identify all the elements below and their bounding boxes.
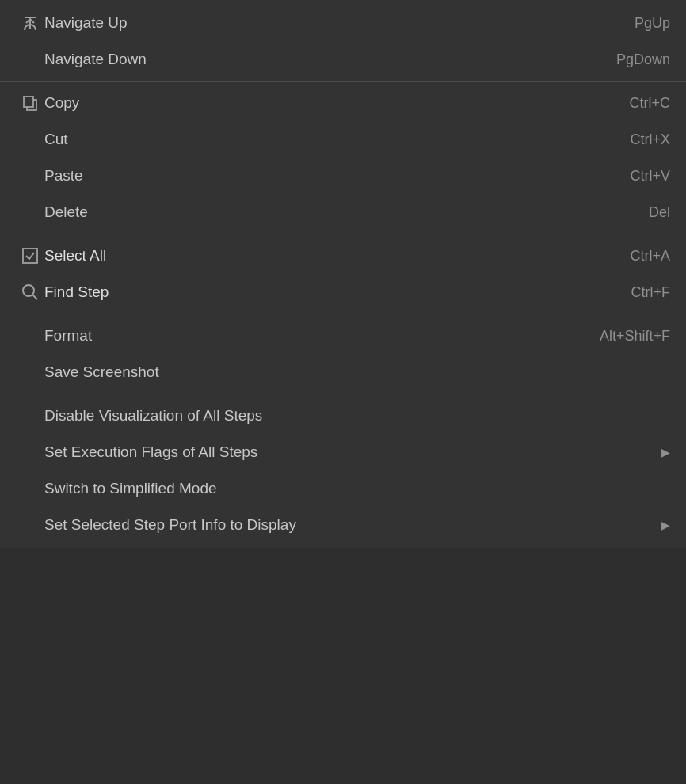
set-selected-step-port-arrow: ▶ <box>661 519 670 531</box>
find-step-icon <box>16 283 44 302</box>
menu-item-paste[interactable]: Paste Ctrl+V <box>0 158 686 194</box>
separator-1 <box>0 81 686 82</box>
cut-label: Cut <box>44 131 614 148</box>
switch-simplified-label: Switch to Simplified Mode <box>44 480 670 497</box>
svg-rect-1 <box>24 97 33 107</box>
separator-4 <box>0 394 686 394</box>
select-all-label: Select All <box>44 247 614 265</box>
set-execution-flags-label: Set Execution Flags of All Steps <box>44 443 654 461</box>
set-selected-step-port-label: Set Selected Step Port Info to Display <box>44 516 654 534</box>
save-screenshot-label: Save Screenshot <box>44 363 654 381</box>
select-all-shortcut: Ctrl+A <box>630 248 670 265</box>
menu-item-save-screenshot[interactable]: Save Screenshot <box>0 354 686 390</box>
menu-item-copy[interactable]: Copy Ctrl+C <box>0 85 686 121</box>
select-all-icon <box>16 246 44 265</box>
copy-shortcut: Ctrl+C <box>629 95 670 112</box>
menu-item-disable-visualization[interactable]: Disable Visualization of All Steps <box>0 398 686 434</box>
set-execution-flags-arrow: ▶ <box>661 446 670 459</box>
menu-item-navigate-up[interactable]: Navigate Up PgUp <box>0 5 686 41</box>
cut-shortcut: Ctrl+X <box>630 131 670 148</box>
menu-item-cut[interactable]: Cut Ctrl+X <box>0 121 686 158</box>
delete-label: Delete <box>44 204 633 221</box>
menu-item-set-selected-step-port[interactable]: Set Selected Step Port Info to Display ▶ <box>0 507 686 543</box>
menu-item-navigate-down[interactable]: Navigate Down PgDown <box>0 41 686 78</box>
menu-item-find-step[interactable]: Find Step Ctrl+F <box>0 274 686 310</box>
find-step-shortcut: Ctrl+F <box>631 284 671 301</box>
navigate-up-shortcut: PgUp <box>635 15 670 32</box>
navigate-down-shortcut: PgDown <box>616 51 670 68</box>
disable-visualization-label: Disable Visualization of All Steps <box>44 407 670 424</box>
menu-item-select-all[interactable]: Select All Ctrl+A <box>0 238 686 274</box>
navigate-up-label: Navigate Up <box>44 14 619 32</box>
menu-item-format[interactable]: Format Alt+Shift+F <box>0 318 686 354</box>
menu-item-delete[interactable]: Delete Del <box>0 194 686 230</box>
paste-shortcut: Ctrl+V <box>630 168 670 185</box>
format-label: Format <box>44 327 584 344</box>
navigate-down-label: Navigate Down <box>44 51 600 68</box>
copy-label: Copy <box>44 94 613 112</box>
separator-3 <box>0 314 686 314</box>
copy-icon <box>16 94 44 112</box>
find-step-label: Find Step <box>44 284 615 301</box>
menu-item-set-execution-flags[interactable]: Set Execution Flags of All Steps ▶ <box>0 434 686 470</box>
context-menu: Navigate Up PgUp Navigate Down PgDown Co… <box>0 0 686 548</box>
svg-rect-2 <box>23 249 37 263</box>
menu-item-switch-simplified[interactable]: Switch to Simplified Mode <box>0 470 686 507</box>
svg-point-3 <box>23 285 34 296</box>
delete-shortcut: Del <box>649 204 670 221</box>
paste-label: Paste <box>44 167 614 185</box>
svg-line-4 <box>33 295 38 300</box>
format-shortcut: Alt+Shift+F <box>600 328 670 344</box>
separator-2 <box>0 234 686 234</box>
navigate-up-icon <box>16 14 44 32</box>
